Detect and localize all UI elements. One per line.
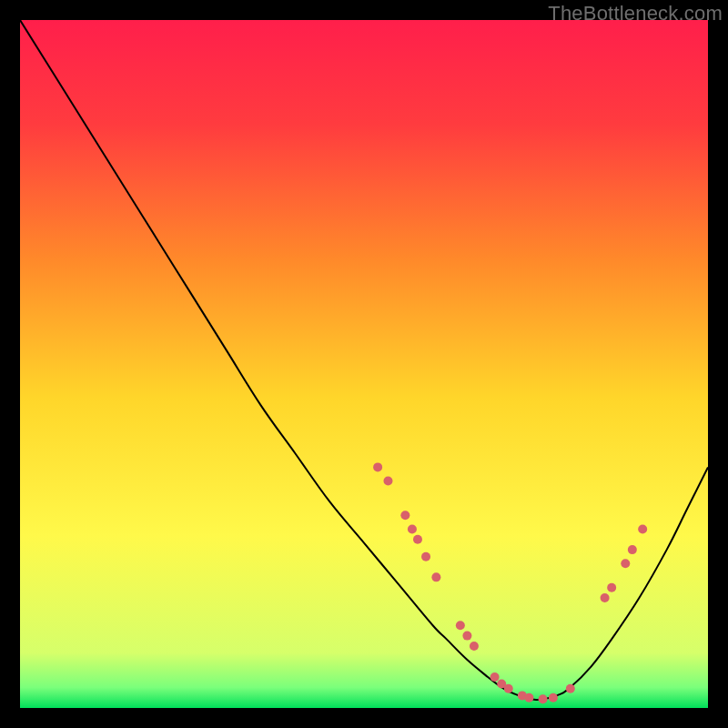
marker [638, 524, 647, 533]
figure-stage: TheBottleneck.com [0, 0, 728, 728]
marker [431, 572, 440, 581]
marker [621, 559, 630, 568]
marker [601, 593, 610, 602]
marker [607, 583, 616, 592]
marker [408, 524, 417, 533]
bottleneck-chart [20, 20, 708, 708]
marker [539, 694, 548, 703]
marker [421, 552, 430, 561]
marker [413, 535, 422, 544]
marker [373, 462, 382, 471]
marker [628, 545, 637, 554]
marker [566, 684, 575, 693]
marker [383, 477, 392, 486]
marker [400, 511, 410, 520]
marker [549, 693, 558, 703]
marker [504, 684, 513, 693]
marker [470, 642, 479, 651]
marker [490, 672, 500, 682]
marker [462, 632, 471, 641]
chart-background [20, 20, 708, 708]
marker [456, 621, 465, 630]
marker [524, 693, 533, 703]
